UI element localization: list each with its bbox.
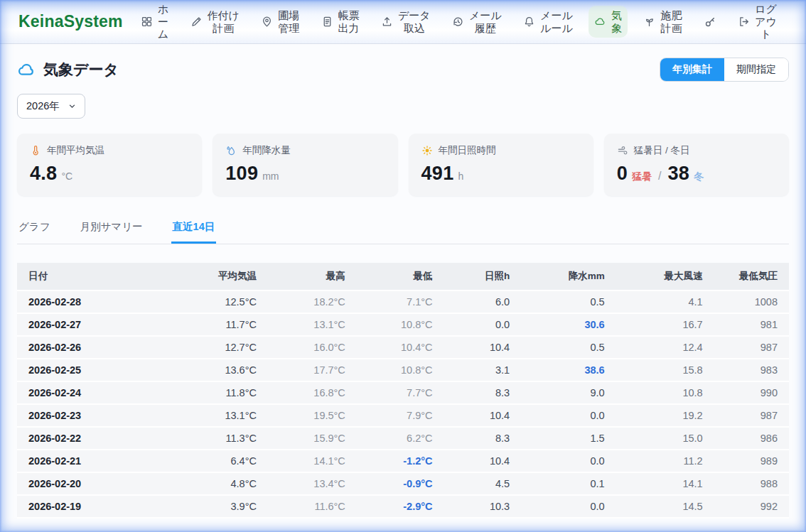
column-header-date: 日付 (17, 263, 176, 291)
weather-table-body: 2026-02-28 12.5°C 18.2°C 7.1°C 6.0 0.5 4… (17, 291, 789, 518)
cell-wind: 15.8 (616, 359, 714, 381)
upload-icon (381, 16, 393, 28)
cell-min-temp: -0.9°C (357, 472, 444, 495)
nav-item-label: ホ ー ム (158, 3, 168, 40)
cell-wind: 14.5 (616, 495, 714, 518)
cell-avg-temp: 13.6°C (176, 359, 268, 381)
nav-item-label: メール 履歴 (469, 9, 502, 34)
nav-item-label: メール ルール (540, 9, 573, 34)
period-select-button[interactable]: 期間指定 (724, 58, 788, 81)
cell-avg-temp: 13.1°C (176, 404, 268, 427)
nav-item-weather[interactable]: 気 象 (589, 6, 628, 38)
cell-pressure: 990 (714, 381, 789, 404)
nav-item-fertilizer-plan[interactable]: 施肥 計画 (638, 6, 687, 38)
column-header-min-pressure: 最低気圧 (714, 263, 789, 291)
nav-item-mail-history[interactable]: メール 履歴 (446, 6, 507, 38)
history-icon (452, 16, 464, 28)
cell-max-temp: 11.6°C (268, 495, 357, 518)
cell-max-temp: 18.2°C (268, 291, 357, 313)
cell-wind: 11.2 (616, 450, 714, 472)
cell-avg-temp: 6.4°C (176, 450, 268, 472)
nav-item-logout[interactable]: ログ アウ ト (732, 0, 783, 44)
nav-item-label: 帳票 出力 (338, 9, 360, 34)
nav-item-data-import[interactable]: データ 取込 (375, 6, 436, 38)
cell-date: 2026-02-28 (17, 291, 176, 313)
cell-wind: 12.4 (616, 336, 714, 359)
cell-sunshine: 8.3 (444, 427, 522, 450)
cell-avg-temp: 3.9°C (176, 495, 268, 518)
nav-item-home[interactable]: ホ ー ム (135, 0, 174, 44)
cell-sunshine: 6.0 (444, 291, 522, 313)
cell-pressure: 988 (714, 472, 789, 495)
grid-icon (141, 16, 153, 28)
thermometer-icon (30, 145, 41, 156)
nav-menu: ホ ー ム 作付け 計画 圃場 管理 帳票 出力 データ 取込 (130, 0, 788, 44)
document-icon (321, 16, 333, 28)
cell-wind: 10.8 (616, 381, 714, 404)
cell-wind: 15.0 (616, 427, 714, 450)
cell-pressure: 989 (714, 450, 789, 472)
table-row: 2026-02-26 12.7°C 16.0°C 10.4°C 10.4 0.5… (17, 336, 789, 359)
cell-wind: 16.7 (616, 313, 714, 336)
cell-max-temp: 19.5°C (268, 404, 357, 427)
stat-value: 109 (225, 163, 258, 185)
cell-date: 2026-02-20 (17, 472, 176, 495)
stat-unit: mm (262, 170, 279, 182)
cell-date: 2026-02-24 (17, 381, 176, 404)
nav-item-planting-plan[interactable]: 作付け 計画 (185, 6, 245, 38)
cell-rain: 0.5 (521, 291, 616, 313)
column-header-max: 最高 (268, 263, 357, 291)
cell-min-temp: 10.4°C (357, 336, 444, 359)
cell-date: 2026-02-19 (17, 495, 176, 518)
year-select[interactable]: 2026年 (17, 94, 85, 119)
cell-avg-temp: 12.5°C (176, 291, 268, 313)
cell-max-temp: 14.1°C (268, 450, 357, 472)
cell-avg-temp: 11.7°C (176, 313, 268, 336)
tab-graph[interactable]: グラフ (17, 214, 52, 244)
nav-item-label: ログ アウ ト (755, 3, 777, 40)
table-row: 2026-02-25 13.6°C 17.7°C 10.8°C 3.1 38.6… (17, 359, 789, 381)
nav-item-field-management[interactable]: 圃場 管理 (255, 6, 305, 38)
cell-sunshine: 8.3 (444, 381, 522, 404)
nav-item-api-key[interactable] (698, 12, 722, 32)
nav-item-mail-rules[interactable]: メール ルール (517, 6, 579, 38)
page-title: 気象データ (43, 60, 119, 80)
cell-rain: 0.0 (521, 404, 616, 427)
cell-max-temp: 16.8°C (268, 381, 357, 404)
nav-item-label: 作付け 計画 (208, 9, 240, 34)
nav-item-label: 気 象 (611, 9, 622, 34)
table-header-row: 日付 平均気温 最高 最低 日照h 降水mm 最大風速 最低気圧 (17, 263, 789, 291)
table-row: 2026-02-21 6.4°C 14.1°C -1.2°C 10.4 0.0 … (17, 450, 789, 472)
cell-min-temp: -2.9°C (357, 495, 444, 518)
yearly-summary-button[interactable]: 年別集計 (660, 58, 724, 81)
cell-min-temp: 7.7°C (357, 381, 444, 404)
cell-min-temp: 10.8°C (357, 313, 444, 336)
cell-min-temp: 6.2°C (357, 427, 444, 450)
cell-rain: 0.0 (521, 450, 616, 472)
cell-max-temp: 13.1°C (268, 313, 357, 336)
cell-sunshine: 3.1 (444, 359, 522, 381)
cloud-icon (17, 60, 36, 80)
nav-item-label: データ 取込 (398, 9, 431, 34)
tab-monthly-summary[interactable]: 月別サマリー (79, 214, 144, 244)
cell-avg-temp: 12.7°C (176, 336, 268, 359)
stat-value: 4.8 (30, 163, 57, 185)
cell-sunshine: 0.0 (444, 313, 522, 336)
hot-days-unit: 猛暑 (632, 170, 652, 183)
weather-table: 日付 平均気温 最高 最低 日照h 降水mm 最大風速 最低気圧 2026-02… (17, 263, 789, 519)
cloud-icon (594, 16, 606, 28)
cell-pressure: 987 (714, 336, 789, 359)
tab-recent-14-days[interactable]: 直近14日 (171, 214, 217, 244)
cell-pressure: 992 (714, 495, 789, 518)
cold-days-value: 38 (668, 163, 690, 185)
cell-date: 2026-02-25 (17, 359, 176, 381)
map-pin-icon (261, 16, 273, 28)
cell-avg-temp: 4.8°C (176, 472, 268, 495)
cell-rain: 9.0 (521, 381, 616, 404)
cell-sunshine: 10.4 (444, 450, 522, 472)
key-icon (704, 16, 716, 28)
nav-item-report-output[interactable]: 帳票 出力 (316, 6, 365, 38)
wind-icon (617, 145, 628, 156)
column-header-avg-temp: 平均気温 (176, 263, 268, 291)
cell-rain: 30.6 (521, 313, 616, 336)
